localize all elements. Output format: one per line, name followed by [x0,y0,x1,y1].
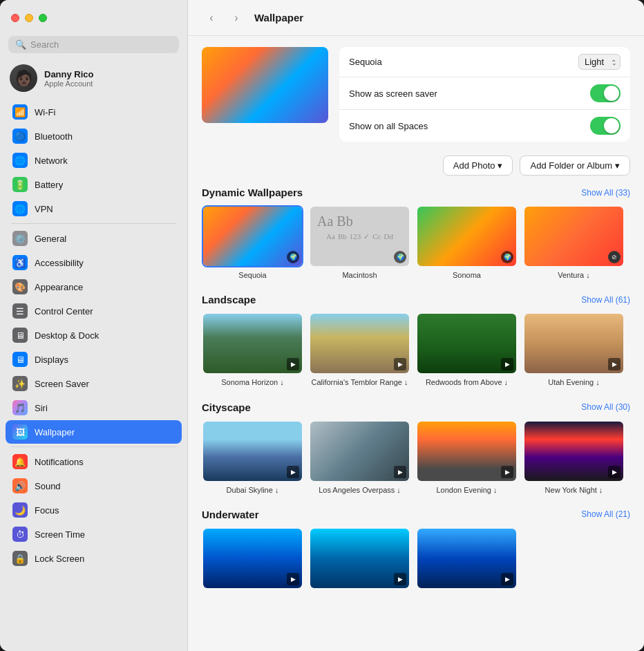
wp-item-under1[interactable]: ▶ [202,527,303,592]
wp-item-sonoma[interactable]: 🌍 Sonoma [416,205,518,280]
add-folder-label: Add Folder or Album [530,160,612,171]
wp-item-sequoia[interactable]: 🌍 Sequoia [202,205,303,280]
wp-label-london: London Evening ↓ [436,485,497,495]
theme-select[interactable]: Light Dark Auto [578,54,621,70]
sidebar-label-wifi: Wi-Fi [35,107,55,117]
sidebar-label-screen-time: Screen Time [35,529,85,540]
wp-label-redwoods: Redwoods from Above ↓ [426,377,508,387]
sidebar-label-sound: Sound [35,481,61,491]
wp-item-newyork[interactable]: ▶ New York Night ↓ [523,420,625,495]
forward-button[interactable]: › [227,11,246,25]
under1-badge: ▶ [287,573,299,585]
california-badge: ▶ [394,358,406,370]
landscape-show-all[interactable]: Show All (61) [581,295,630,305]
wp-item-ventura[interactable]: ⊘ Ventura ↓ [523,205,625,280]
wp-item-macintosh[interactable]: AaBb123✓CcDd 🌍 Macintosh [309,205,410,280]
under3-badge: ▶ [501,573,513,585]
sidebar-label-bluetooth: Bluetooth [35,131,73,142]
wp-thumb-under1: ▶ [202,527,303,589]
sidebar-item-accessibility[interactable]: ♿ Accessibility [6,251,182,274]
wallpaper-controls: Sequoia Light Dark Auto ⌃ Show as screen… [339,47,630,142]
sidebar-item-network[interactable]: 🌐 Network [6,149,182,172]
sidebar-label-appearance: Appearance [35,282,83,292]
screen-saver-toggle[interactable] [590,84,621,102]
sidebar-item-lock-screen[interactable]: 🔒 Lock Screen [6,547,182,570]
add-photo-button[interactable]: Add Photo ▾ [443,155,513,176]
wp-label-sequoia: Sequoia [238,270,266,280]
page-title: Wallpaper [254,12,303,23]
underwater-show-all[interactable]: Show All (21) [581,509,630,519]
sidebar-item-screen-time[interactable]: ⏱ Screen Time [6,522,182,546]
dynamic-header: Dynamic Wallpapers Show All (33) [202,187,630,198]
general-icon: ⚙️ [12,231,28,246]
sidebar-item-notifications[interactable]: 🔔 Notifications [6,450,182,473]
sidebar-item-desktop-dock[interactable]: 🖥 Desktop & Dock [6,323,182,347]
sidebar-item-vpn[interactable]: 🌐 VPN [6,197,182,220]
sidebar-item-bluetooth[interactable]: 🔵 Bluetooth [6,124,182,148]
wallpaper-name-row: Sequoia Light Dark Auto ⌃ [339,47,630,77]
sidebar-label-notifications: Notifications [35,457,84,467]
sidebar-item-siri[interactable]: 🎵 Siri [6,396,182,419]
add-folder-button[interactable]: Add Folder or Album ▾ [520,155,630,176]
sidebar-divider-2 [11,446,176,447]
wp-item-la[interactable]: ▶ Los Angeles Overpass ↓ [309,420,410,495]
underwater-section: Underwater Show All (21) ▶ ▶ [202,509,630,592]
dynamic-show-all[interactable]: Show All (33) [581,188,630,198]
add-photo-label: Add Photo [453,160,495,171]
wp-item-redwoods[interactable]: ▶ Redwoods from Above ↓ [416,312,518,387]
wp-label-utah: Utah Evening ↓ [548,377,600,387]
search-icon: 🔍 [15,39,26,50]
wp-item-under3[interactable]: ▶ [416,527,518,592]
screen-time-icon: ⏱ [12,527,28,542]
sidebar-item-wifi[interactable]: 📶 Wi-Fi [6,100,182,124]
wp-label-sonoma: Sonoma [453,270,481,280]
sidebar-item-displays[interactable]: 🖥 Displays [6,348,182,371]
sidebar-label-control-center: Control Center [35,306,93,317]
back-button[interactable]: ‹ [202,11,221,25]
vpn-icon: 🌐 [12,201,28,216]
wp-thumb-utah: ▶ [523,312,625,375]
close-button[interactable] [11,14,19,22]
wp-item-london[interactable]: ▶ London Evening ↓ [416,420,518,495]
avatar-emoji: 🧑🏿 [15,69,33,87]
cityscape-section: Cityscape Show All (30) ▶ Dubai Skyline … [202,402,630,495]
sidebar-item-appearance[interactable]: 🎨 Appearance [6,275,182,299]
dubai-badge: ▶ [287,466,299,478]
all-spaces-toggle[interactable] [590,117,621,135]
sidebar-item-screen-saver[interactable]: ✨ Screen Saver [6,372,182,395]
minimize-button[interactable] [25,14,33,22]
cityscape-show-all[interactable]: Show All (30) [581,402,630,412]
main-content: ‹ › Wallpaper Sequoia Light Dark [188,0,644,651]
current-wallpaper-preview [202,47,328,123]
sidebar-item-control-center[interactable]: ☰ Control Center [6,299,182,323]
sidebar-item-wallpaper[interactable]: 🖼 Wallpaper [6,420,182,444]
wp-item-utah[interactable]: ▶ Utah Evening ↓ [523,312,625,387]
theme-select-wrapper[interactable]: Light Dark Auto ⌃ [578,54,621,70]
newyork-badge: ▶ [608,466,621,478]
wp-thumb-dubai: ▶ [202,420,303,482]
sidebar-item-general[interactable]: ⚙️ General [6,227,182,250]
sidebar-label-lock-screen: Lock Screen [35,554,84,564]
screen-saver-icon: ✨ [12,376,28,391]
maximize-button[interactable] [39,14,47,22]
dynamic-grid: 🌍 Sequoia AaBb123✓CcDd 🌍 [202,205,630,280]
sidebar-label-focus: Focus [35,505,59,516]
user-profile[interactable]: 🧑🏿 Danny Rico Apple Account [0,59,187,100]
wp-item-sonoma-horizon[interactable]: ▶ Sonoma Horizon ↓ [202,312,303,387]
sidebar-item-focus[interactable]: 🌙 Focus [6,498,182,522]
sidebar-item-sound[interactable]: 🔊 Sound [6,474,182,498]
sidebar-item-battery[interactable]: 🔋 Battery [6,173,182,196]
wp-item-under2[interactable]: ▶ [309,527,410,592]
user-name: Danny Rico [44,69,94,79]
wp-thumb-redwoods: ▶ [416,312,518,375]
dynamic-title: Dynamic Wallpapers [202,187,303,198]
user-subtitle: Apple Account [44,79,94,88]
wp-thumb-london: ▶ [416,420,518,482]
desktop-dock-icon: 🖥 [12,328,28,343]
underwater-header: Underwater Show All (21) [202,509,630,520]
wallpaper-name: Sequoia [349,57,382,67]
search-bar[interactable]: 🔍 Search [8,36,179,53]
wp-item-dubai[interactable]: ▶ Dubai Skyline ↓ [202,420,303,495]
wp-thumb-newyork: ▶ [523,420,625,482]
wp-item-california[interactable]: ▶ California's Temblor Range ↓ [309,312,410,387]
